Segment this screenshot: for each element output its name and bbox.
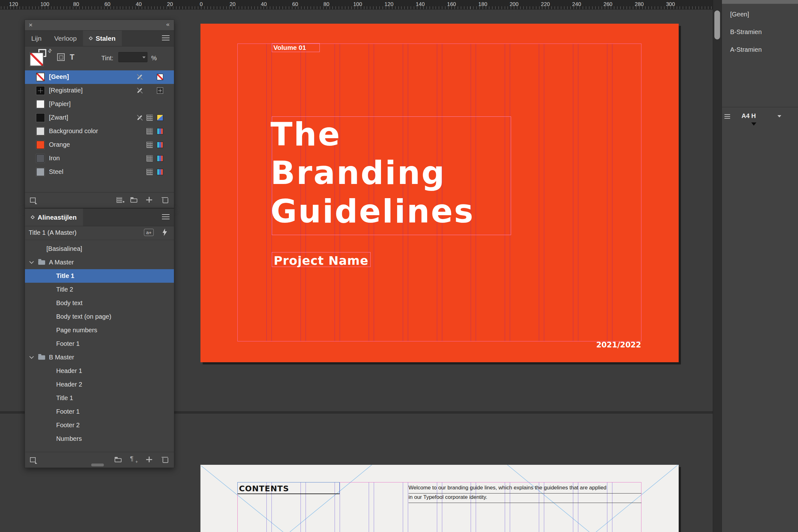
column-guide [578, 43, 578, 341]
ruler-label: 300 [666, 1, 675, 7]
no-edit-icon [136, 114, 144, 121]
formatting-affects-text-icon[interactable]: T [70, 53, 74, 61]
swatches-panel: × « Lijn Verloop Stalen ⇄ T Tint: % [Gee… [25, 20, 174, 208]
swatch-row[interactable]: [Geen] [25, 70, 174, 84]
panel-scrollbar-nub[interactable] [91, 463, 104, 467]
cover-title-line2: Branding [271, 154, 475, 192]
no-edit-icon [136, 73, 144, 81]
style-row[interactable]: Title 1 [25, 391, 174, 405]
horizontal-ruler: 1201008060402002040608010012014016018020… [0, 0, 713, 10]
style-options-icon[interactable] [30, 457, 36, 462]
column-guide [544, 43, 544, 341]
delete-style-icon[interactable] [161, 456, 169, 463]
ruler-label: 100 [353, 1, 362, 7]
document-page-contents[interactable]: CONTENTS Welcome to our branding guide l… [201, 465, 679, 532]
cover-title-line1: The [271, 115, 475, 154]
style-group-row[interactable]: B Master [25, 350, 174, 364]
style-name: [Basisalinea] [25, 245, 82, 252]
swatch-chip [36, 127, 44, 135]
new-color-group-icon[interactable] [130, 198, 137, 203]
new-style-group-icon[interactable] [115, 458, 122, 462]
intro-line2: in our Typefool corporate identity. [408, 494, 642, 503]
new-style-from-paragraph-icon[interactable] [130, 456, 137, 463]
close-icon[interactable]: × [29, 21, 33, 29]
swatch-row[interactable]: Background color [25, 125, 174, 138]
ruler-label: 20 [167, 1, 173, 7]
vertical-scrollbar-thumb[interactable] [715, 11, 720, 39]
style-row[interactable]: Title 1 [25, 269, 174, 283]
panel-menu-icon[interactable] [162, 35, 169, 42]
swatch-chip [36, 168, 44, 176]
ruler-label: 80 [323, 1, 330, 7]
chevron-down-icon[interactable] [29, 354, 34, 358]
tab-alineastijlen[interactable]: Alineastijlen [25, 209, 83, 226]
swatch-row[interactable]: [Papier] [25, 97, 174, 111]
style-list: [Basisalinea]A MasterTitle 1Title 2Body … [25, 242, 174, 445]
current-style-row[interactable]: Title 1 (A Master) a+ [25, 226, 174, 240]
cmyk-grid-icon [147, 169, 153, 175]
style-row[interactable]: Numbers [25, 432, 174, 445]
style-row[interactable]: Header 2 [25, 378, 174, 391]
style-row[interactable]: Title 2 [25, 283, 174, 296]
style-name: Body text (on page) [25, 313, 111, 320]
swatch-row[interactable]: Steel [25, 165, 174, 179]
column-guide [237, 43, 238, 341]
tab-verloop[interactable]: Verloop [48, 31, 83, 46]
registration-icon [157, 88, 163, 94]
pages-menu-icon[interactable] [724, 114, 730, 120]
style-name: Numbers [25, 435, 82, 442]
style-row[interactable]: Footer 1 [25, 337, 174, 350]
tint-input[interactable] [118, 52, 147, 62]
swatch-row[interactable]: Iron [25, 152, 174, 165]
panel-menu-icon[interactable] [162, 214, 169, 221]
pages-panel-tab-remnant [722, 0, 798, 4]
cover-title-line3: Guidelines [271, 192, 475, 231]
new-style-icon[interactable] [146, 456, 153, 463]
style-row[interactable]: Footer 1 [25, 405, 174, 418]
page-size-row[interactable]: A4 H [722, 110, 798, 124]
style-row[interactable]: Body text [25, 296, 174, 310]
redefine-style-icon[interactable]: a+ [144, 229, 154, 236]
color-bars-icon [157, 142, 163, 148]
column-guide [539, 43, 539, 341]
ruler-label: 100 [40, 1, 49, 7]
cmyk-grid-icon [147, 115, 153, 121]
chevron-down-icon[interactable] [29, 259, 34, 264]
swatch-row[interactable]: [Registratie] [25, 84, 174, 97]
intro-paragraph: Welcome to our branding guide lines, whi… [408, 484, 642, 503]
style-row[interactable]: [Basisalinea] [25, 242, 174, 255]
lightning-icon[interactable] [163, 228, 167, 236]
tab-stalen[interactable]: Stalen [83, 31, 122, 46]
swatch-name: [Papier] [49, 100, 71, 108]
fill-swatch-proxy[interactable] [30, 53, 43, 66]
column-guide [403, 482, 403, 532]
vertical-scrollbar[interactable] [713, 0, 722, 532]
project-name: Project Name [274, 254, 368, 268]
style-group-row[interactable]: A Master [25, 255, 174, 269]
folder-icon [38, 355, 45, 360]
master-item-geen[interactable]: [Geen] [730, 11, 749, 18]
swap-fill-stroke-icon[interactable]: ⇄ [46, 47, 53, 54]
style-row[interactable]: Page numbers [25, 323, 174, 337]
style-row[interactable]: Header 1 [25, 364, 174, 378]
master-item-b-stramien[interactable]: B-Stramien [730, 28, 762, 36]
document-page-cover[interactable]: Volume 01 The Branding Guidelines Projec… [201, 24, 679, 362]
show-swatch-kinds-icon[interactable] [30, 197, 36, 203]
color-group-icon[interactable] [116, 197, 122, 203]
swatch-row[interactable]: Orange [25, 138, 174, 152]
master-item-a-stramien[interactable]: A-Stramien [730, 46, 762, 53]
delete-swatch-icon[interactable] [161, 196, 169, 203]
collapse-panel-icon[interactable]: « [166, 21, 169, 28]
ruler-label: 80 [73, 1, 79, 7]
style-row[interactable]: Body text (on page) [25, 310, 174, 323]
swatch-chip [36, 154, 44, 163]
swatch-row[interactable]: [Zwart] [25, 111, 174, 125]
color-bars-icon [157, 155, 163, 162]
new-swatch-icon[interactable] [146, 196, 153, 203]
tab-lijn[interactable]: Lijn [25, 31, 48, 46]
tint-dropdown-arrow[interactable] [142, 56, 146, 58]
fill-stroke-proxy[interactable]: ⇄ [30, 49, 52, 67]
formatting-affects-container-icon[interactable] [57, 53, 65, 61]
page-size-dropdown-icon[interactable] [778, 115, 781, 117]
style-row[interactable]: Footer 2 [25, 418, 174, 432]
